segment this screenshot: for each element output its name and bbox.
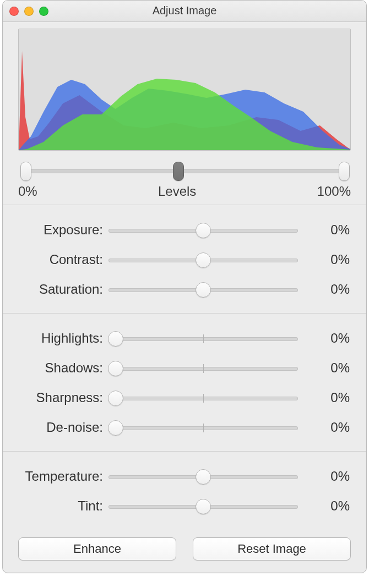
saturation-thumb[interactable] [196,282,211,298]
adjust-image-window: Adjust Image 0% Levels 100% Exposure:0% [2,0,367,573]
sharpness-value: 0% [306,390,366,405]
slider-tick [203,394,204,403]
shadows-value: 0% [306,360,366,376]
temperature-slider[interactable] [108,468,298,485]
shadows-slider[interactable] [108,360,298,376]
button-bar: Enhance Reset Image [3,524,366,560]
levels-center-label: Levels [158,184,196,199]
saturation-row: Saturation:0% [3,274,366,304]
highlights-value: 0% [306,331,366,346]
exposure-row: Exposure:0% [3,215,366,245]
denoise-slider[interactable] [108,419,298,436]
histogram [18,29,351,151]
levels-black-handle[interactable] [20,162,31,181]
slider-group: Exposure:0%Contrast:0%Saturation:0% [3,211,366,307]
slider-group: Temperature:0%Tint:0% [3,457,366,524]
slider-tick [203,334,204,343]
separator [3,313,366,314]
exposure-thumb[interactable] [196,223,211,238]
denoise-row: De-noise:0% [3,413,366,442]
enhance-button[interactable]: Enhance [18,537,176,560]
window-title: Adjust Image [3,4,366,17]
histogram-area [3,29,366,151]
tint-value: 0% [306,498,366,514]
temperature-label: Temperature: [3,469,108,484]
saturation-value: 0% [306,282,366,297]
temperature-row: Temperature:0% [3,461,366,491]
shadows-thumb[interactable] [108,361,123,376]
slider-tick [203,424,204,432]
sharpness-thumb[interactable] [108,391,123,406]
reset-image-button[interactable]: Reset Image [193,537,351,560]
tint-thumb[interactable] [196,499,211,514]
exposure-value: 0% [306,222,366,238]
levels-labels: 0% Levels 100% [18,184,351,199]
temperature-value: 0% [306,469,366,484]
tint-row: Tint:0% [3,491,366,521]
levels-track [20,169,349,173]
sharpness-row: Sharpness:0% [3,383,366,413]
separator [3,451,366,452]
tint-slider[interactable] [108,498,298,514]
contrast-thumb[interactable] [196,252,211,268]
saturation-slider[interactable] [108,281,298,298]
highlights-thumb[interactable] [108,331,123,347]
highlights-row: Highlights:0% [3,323,366,353]
shadows-label: Shadows: [3,360,108,376]
slider-tick [203,364,204,373]
denoise-thumb[interactable] [108,420,123,436]
separator [3,205,366,205]
denoise-label: De-noise: [3,420,108,435]
exposure-label: Exposure: [3,222,108,238]
sharpness-label: Sharpness: [3,390,108,405]
contrast-value: 0% [306,252,366,267]
slider-group: Highlights:0%Shadows:0%Sharpness:0%De-no… [3,319,366,446]
contrast-row: Contrast:0% [3,245,366,274]
levels-gray-handle[interactable] [173,162,184,181]
titlebar: Adjust Image [3,1,366,22]
levels-right-label: 100% [317,184,351,199]
saturation-label: Saturation: [3,282,108,297]
shadows-row: Shadows:0% [3,353,366,383]
sharpness-slider[interactable] [108,389,298,406]
temperature-thumb[interactable] [196,469,211,485]
denoise-value: 0% [306,420,366,435]
levels-slider[interactable] [18,158,351,180]
levels-left-label: 0% [18,184,37,199]
content: 0% Levels 100% Exposure:0%Contrast:0%Sat… [3,22,366,573]
exposure-slider[interactable] [108,222,298,238]
highlights-slider[interactable] [108,330,298,347]
tint-label: Tint: [3,498,108,514]
contrast-label: Contrast: [3,252,108,267]
contrast-slider[interactable] [108,251,298,268]
levels-white-handle[interactable] [339,162,350,181]
highlights-label: Highlights: [3,331,108,346]
